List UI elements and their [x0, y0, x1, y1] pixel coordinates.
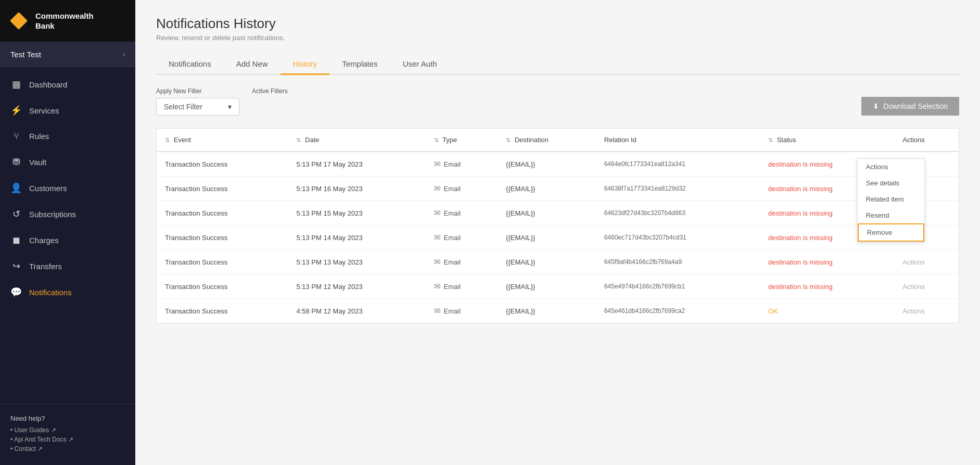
- cell-event: Transaction Success: [157, 177, 288, 201]
- actions-dropdown[interactable]: Actions Actions See details Related item…: [902, 160, 925, 168]
- sidebar-item-customers[interactable]: 👤 Customers: [0, 175, 135, 201]
- tab-templates[interactable]: Templates: [329, 54, 390, 75]
- notifications-table: ⇅ Event ⇅ Date ⇅ Type ⇅: [157, 129, 959, 323]
- vault-icon: ⛃: [10, 156, 22, 168]
- sidebar-item-dashboard[interactable]: ▦ Dashboard: [0, 71, 135, 97]
- user-name: Test Test: [10, 50, 41, 59]
- tab-history[interactable]: History: [281, 54, 330, 75]
- type-label: Email: [444, 185, 461, 193]
- sidebar-item-charges[interactable]: ◼ Charges: [0, 227, 135, 253]
- dropdown-item-actions[interactable]: Actions: [858, 159, 924, 175]
- col-destination[interactable]: ⇅ Destination: [498, 129, 596, 152]
- tabs-bar: Notifications Add New History Templates …: [156, 54, 959, 75]
- sidebar-item-vault[interactable]: ⛃ Vault: [0, 149, 135, 175]
- status-badge: destination is missing: [768, 185, 833, 193]
- apply-filter-label: Apply New Filter: [156, 87, 239, 95]
- table-row: Transaction Success 5:13 PM 12 May 2023 …: [157, 274, 959, 299]
- notifications-icon: 💬: [10, 286, 22, 298]
- cell-date: 5:13 PM 15 May 2023: [288, 201, 425, 225]
- cell-status: destination is missing: [760, 274, 894, 299]
- apply-filter-section: Apply New Filter Select Filter ▾: [156, 87, 239, 116]
- status-badge: destination is missing: [768, 160, 833, 168]
- status-badge: destination is missing: [768, 209, 833, 217]
- notifications-table-container: ⇅ Event ⇅ Date ⇅ Type ⇅: [156, 128, 959, 323]
- col-event[interactable]: ⇅ Event: [157, 129, 288, 152]
- cell-relation-id: 645e461db4166c2fb7699ca2: [596, 299, 760, 323]
- cell-event: Transaction Success: [157, 274, 288, 299]
- download-selection-button[interactable]: ⬇ Download Selection: [861, 97, 959, 116]
- col-type[interactable]: ⇅ Type: [426, 129, 498, 152]
- brand-name: Commonwealth Bank: [35, 11, 94, 31]
- sidebar-item-label: Customers: [29, 184, 67, 193]
- col-relation-id: Relation Id: [596, 129, 760, 152]
- cell-type: ✉ Email: [426, 177, 498, 201]
- sidebar-item-notifications[interactable]: 💬 Notifications: [0, 279, 135, 305]
- col-date[interactable]: ⇅ Date: [288, 129, 425, 152]
- actions-link[interactable]: Actions: [902, 258, 925, 266]
- table-body: Transaction Success 5:13 PM 17 May 2023 …: [157, 152, 959, 323]
- tab-notifications[interactable]: Notifications: [156, 54, 224, 75]
- table-row: Transaction Success 5:13 PM 15 May 2023 …: [157, 201, 959, 225]
- api-docs-link[interactable]: Api And Tech Docs ↗: [10, 436, 125, 443]
- cell-actions[interactable]: Actions: [894, 250, 959, 274]
- cell-date: 5:13 PM 13 May 2023: [288, 250, 425, 274]
- filter-select-dropdown[interactable]: Select Filter ▾: [156, 98, 239, 116]
- sidebar-item-subscriptions[interactable]: ↺ Subscriptions: [0, 201, 135, 227]
- cell-actions[interactable]: Actions: [894, 299, 959, 323]
- sidebar-item-label: Charges: [29, 236, 59, 245]
- cell-destination: {{EMAIL}}: [498, 274, 596, 299]
- page-subtitle: Review, resend or delete past notificati…: [156, 34, 959, 42]
- subscriptions-icon: ↺: [10, 208, 22, 220]
- sidebar-item-label: Services: [29, 106, 59, 115]
- table-row: Transaction Success 4:58 PM 12 May 2023 …: [157, 299, 959, 323]
- email-icon: ✉: [434, 208, 441, 218]
- email-icon: ✉: [434, 282, 441, 291]
- cell-date: 5:13 PM 17 May 2023: [288, 152, 425, 177]
- cell-event: Transaction Success: [157, 152, 288, 177]
- dropdown-menu: Actions See details Related item Resend …: [857, 158, 925, 242]
- logo-icon: [8, 10, 29, 31]
- sidebar-item-label: Dashboard: [29, 80, 67, 89]
- dropdown-item-remove[interactable]: Remove: [858, 223, 924, 242]
- email-icon: ✉: [434, 184, 441, 193]
- rules-icon: ⑂: [10, 131, 22, 142]
- user-guides-link[interactable]: User Guides ↗: [10, 426, 125, 434]
- col-status[interactable]: ⇅ Status: [760, 129, 894, 152]
- filter-select-label: Select Filter: [164, 103, 202, 111]
- sidebar-item-transfers[interactable]: ↪ Transfers: [0, 253, 135, 279]
- cell-actions[interactable]: Actions: [894, 274, 959, 299]
- cell-date: 5:13 PM 12 May 2023: [288, 274, 425, 299]
- actions-link[interactable]: Actions: [902, 307, 925, 315]
- actions-link[interactable]: Actions: [902, 283, 925, 291]
- dashboard-icon: ▦: [10, 79, 22, 90]
- cell-event: Transaction Success: [157, 201, 288, 225]
- cell-type: ✉ Email: [426, 201, 498, 225]
- page-title: Notifications History: [156, 16, 959, 32]
- filter-bar: Apply New Filter Select Filter ▾ Active …: [156, 87, 959, 116]
- cell-actions[interactable]: Actions Actions See details Related item…: [894, 152, 959, 177]
- cell-status: OK: [760, 299, 894, 323]
- sidebar-item-services[interactable]: ⚡ Services: [0, 97, 135, 123]
- dropdown-item-related-item[interactable]: Related item: [858, 191, 924, 207]
- tab-user-auth[interactable]: User Auth: [390, 54, 450, 75]
- sidebar-item-label: Notifications: [29, 288, 72, 297]
- type-label: Email: [444, 283, 461, 291]
- sort-icon-status: ⇅: [768, 137, 773, 143]
- contact-link[interactable]: Contact ↗: [10, 445, 125, 453]
- transfers-icon: ↪: [10, 260, 22, 272]
- sidebar-item-rules[interactable]: ⑂ Rules: [0, 123, 135, 149]
- email-icon: ✉: [434, 233, 441, 242]
- cell-type: ✉ Email: [426, 152, 498, 177]
- dropdown-item-see-details[interactable]: See details: [858, 175, 924, 191]
- user-section[interactable]: Test Test ‹: [0, 42, 135, 67]
- tab-add-new[interactable]: Add New: [224, 54, 281, 75]
- cell-date: 4:58 PM 12 May 2023: [288, 299, 425, 323]
- cell-event: Transaction Success: [157, 250, 288, 274]
- cell-type: ✉ Email: [426, 274, 498, 299]
- cell-date: 5:13 PM 14 May 2023: [288, 225, 425, 250]
- cell-type: ✉ Email: [426, 250, 498, 274]
- dropdown-item-resend[interactable]: Resend: [858, 207, 924, 223]
- sort-icon-date: ⇅: [296, 137, 301, 143]
- cell-destination: {{EMAIL}}: [498, 201, 596, 225]
- cell-relation-id: 64638f7a1773341ea8129d32: [596, 177, 760, 201]
